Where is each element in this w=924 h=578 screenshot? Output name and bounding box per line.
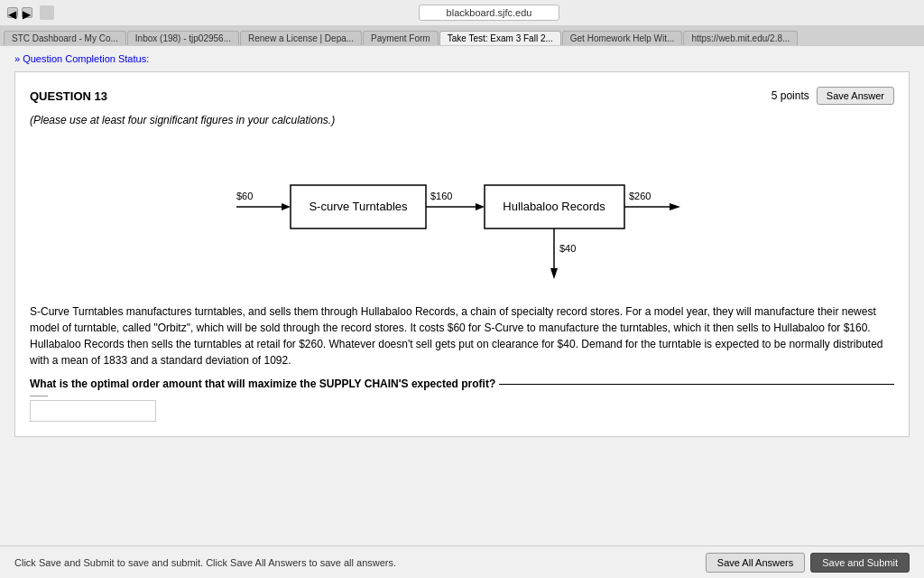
question-completion-status[interactable]: » Question Completion Status: [14,53,910,64]
divider [30,396,48,396]
hullabaloo-label: Hullabaloo Records [503,200,605,213]
title-bar: ◀ ▶ blackboard.sjfc.edu [0,0,924,25]
price-in-label: $60 [236,191,253,201]
supply-chain-diagram: $60 S-curve Turntables $160 Hullabaloo R… [227,145,697,281]
address-text: blackboard.sjfc.edu [419,5,560,21]
price-out-label: $260 [629,191,651,201]
answer-line [499,384,894,385]
forward-btn[interactable]: ▶ [22,7,32,18]
tab-bar: STC Dashboard - My Co... Inbox (198) - t… [0,25,924,45]
tab-3[interactable]: Payment Form [363,31,439,45]
svg-marker-7 [670,203,680,210]
question-number: QUESTION 13 [30,89,107,103]
tab-0[interactable]: STC Dashboard - My Co... [4,31,126,45]
sig-figs-note: (Please use at least four significant fi… [30,114,894,126]
tab-6[interactable]: https://web.mit.edu/2.8... [683,31,798,45]
s-curve-label: S-curve Turntables [309,200,408,213]
question-card: QUESTION 13 5 points Save Answer (Please… [14,71,910,437]
bottom-bar: Click Save and Submit to save and submit… [0,545,924,552]
save-answer-button[interactable]: Save Answer [817,87,894,105]
question-meta: 5 points Save Answer [772,87,894,105]
svg-marker-4 [476,203,485,210]
price-mid-label: $160 [430,191,452,201]
points-badge: 5 points [772,89,809,102]
tab-1[interactable]: Inbox (198) - tjp02956... [127,31,239,45]
address-bar[interactable]: blackboard.sjfc.edu [61,5,917,21]
tab-2[interactable]: Renew a License | Depa... [240,31,362,45]
svg-marker-1 [282,203,291,210]
diagram-container: $60 S-curve Turntables $160 Hullabaloo R… [30,141,894,285]
svg-marker-9 [550,268,558,279]
tab-4[interactable]: Take Test: Exam 3 Fall 2... [439,31,561,45]
price-clearance-label: $40 [559,243,576,254]
tab-icon [40,5,54,20]
tab-5[interactable]: Get Homework Help Wit... [562,31,683,45]
back-btn[interactable]: ◀ [7,7,18,18]
question-header: QUESTION 13 5 points Save Answer [30,87,894,105]
problem-text: S-Curve Turntables manufactures turntabl… [30,303,894,368]
page-wrapper: » Question Completion Status: QUESTION 1… [0,46,924,552]
browser-chrome: ◀ ▶ blackboard.sjfc.edu STC Dashboard - … [0,0,924,46]
question-prompt: What is the optimal order amount that wi… [30,378,894,390]
completion-link[interactable]: » Question Completion Status: [14,53,149,64]
answer-input[interactable] [30,400,156,422]
window-controls: ◀ ▶ [7,7,32,18]
